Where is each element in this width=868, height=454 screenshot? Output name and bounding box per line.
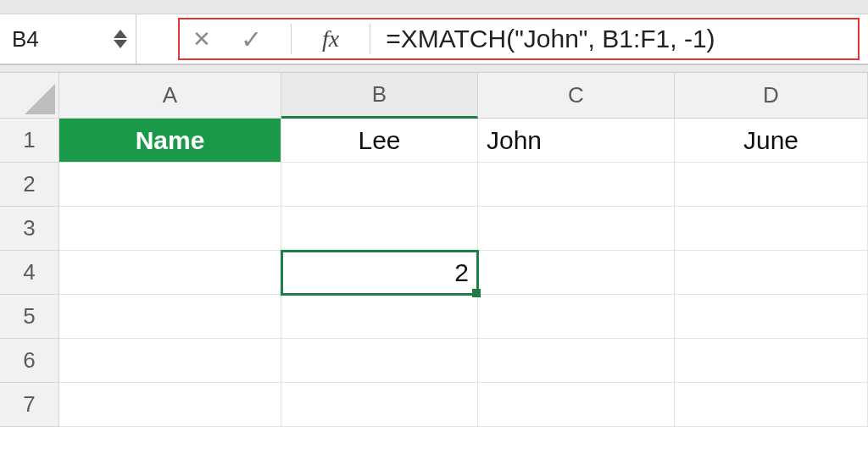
cell-C7[interactable] — [478, 383, 675, 427]
row-header-1[interactable]: 1 — [0, 119, 59, 163]
select-all-triangle[interactable] — [0, 73, 59, 119]
cell-A4[interactable] — [59, 251, 281, 295]
cell-B6[interactable] — [281, 339, 478, 383]
cell-A7[interactable] — [59, 383, 281, 427]
cell-D1[interactable]: June — [675, 119, 868, 163]
divider — [291, 24, 292, 54]
chevron-up-icon[interactable] — [114, 30, 127, 38]
row-header-4[interactable]: 4 — [0, 251, 59, 295]
worksheet-grid[interactable]: A B C D 1 Name Lee John June 2 3 4 2 5 6… — [0, 73, 868, 427]
cell-B1[interactable]: Lee — [281, 119, 478, 163]
cell-A2[interactable] — [59, 163, 281, 207]
name-box-value: B4 — [0, 26, 39, 53]
cell-B3[interactable] — [281, 207, 478, 251]
chevron-down-icon[interactable] — [114, 40, 127, 48]
row-header-5[interactable]: 5 — [0, 295, 59, 339]
cell-A3[interactable] — [59, 207, 281, 251]
name-box[interactable]: B4 — [0, 14, 136, 64]
cell-D5[interactable] — [675, 295, 868, 339]
col-header-B[interactable]: B — [281, 73, 478, 119]
row-header-3[interactable]: 3 — [0, 207, 59, 251]
col-header-C[interactable]: C — [478, 73, 675, 119]
cell-D3[interactable] — [675, 207, 868, 251]
formula-text: =XMATCH("John", B1:F1, -1) — [386, 25, 715, 53]
cell-C6[interactable] — [478, 339, 675, 383]
fx-icon[interactable]: fx — [317, 25, 344, 53]
formula-input[interactable]: =XMATCH("John", B1:F1, -1) — [376, 14, 868, 64]
cell-C4[interactable] — [478, 251, 675, 295]
cell-D6[interactable] — [675, 339, 868, 383]
col-header-A[interactable]: A — [59, 73, 281, 119]
row-header-7[interactable]: 7 — [0, 383, 59, 427]
formula-bar: B4 fx =XMATCH("John", B1:F1, -1) — [0, 14, 868, 65]
cell-D4[interactable] — [675, 251, 868, 295]
cell-A1[interactable]: Name — [59, 119, 281, 163]
cell-B7[interactable] — [281, 383, 478, 427]
cell-C5[interactable] — [478, 295, 675, 339]
cell-C2[interactable] — [478, 163, 675, 207]
name-box-spinner[interactable] — [114, 30, 127, 48]
divider — [370, 24, 370, 54]
accept-formula-button[interactable] — [236, 25, 265, 53]
cell-A5[interactable] — [59, 295, 281, 339]
row-header-6[interactable]: 6 — [0, 339, 59, 383]
cell-D2[interactable] — [675, 163, 868, 207]
row-header-2[interactable]: 2 — [0, 163, 59, 207]
cell-D7[interactable] — [675, 383, 868, 427]
cell-A6[interactable] — [59, 339, 281, 383]
col-header-D[interactable]: D — [675, 73, 868, 119]
cell-B4[interactable]: 2 — [281, 251, 478, 295]
cell-C3[interactable] — [478, 207, 675, 251]
cell-B5[interactable] — [281, 295, 478, 339]
cancel-formula-button[interactable] — [187, 25, 216, 53]
cell-C1[interactable]: John — [478, 119, 675, 163]
cell-B2[interactable] — [281, 163, 478, 207]
